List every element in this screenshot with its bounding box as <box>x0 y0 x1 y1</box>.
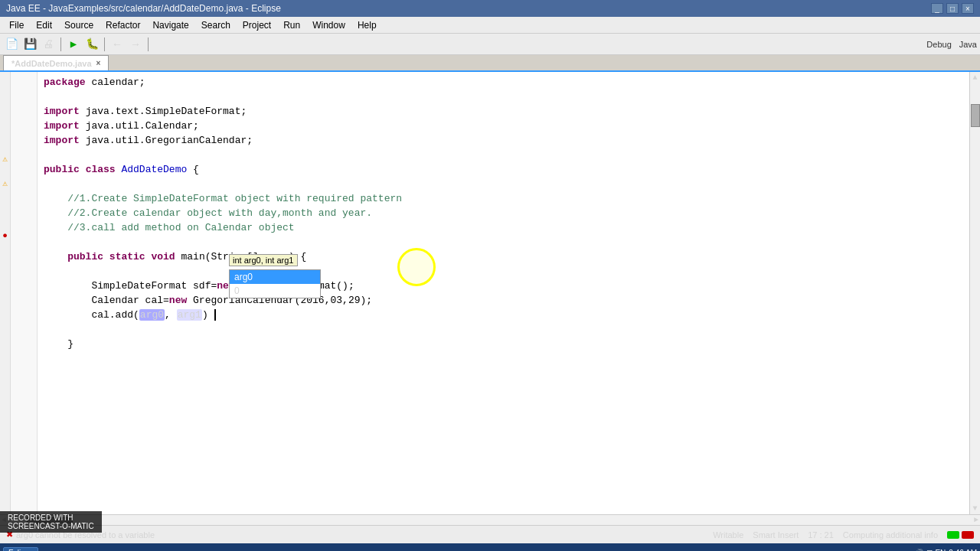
menu-project[interactable]: Project <box>237 18 277 32</box>
param-arg0: arg0 <box>139 309 165 321</box>
menu-search[interactable]: Search <box>195 18 237 32</box>
tab-adddate[interactable]: *AddDateDemo.java × <box>3 55 109 70</box>
recorded-line2: SCREENCAST-O-MATIC <box>8 522 94 530</box>
editor[interactable]: package calendar; − import java.text.Sim… <box>11 72 969 514</box>
code-line <box>44 90 963 104</box>
cursor-position: 17 : 21 <box>808 530 834 540</box>
tooltip-text: int arg0, int arg1 <box>233 256 294 265</box>
code-line: package calendar; <box>44 75 963 90</box>
scroll-track[interactable] <box>970 83 980 503</box>
code-line <box>44 264 963 279</box>
toolbar-sep-3 <box>148 37 149 51</box>
warning-icon-2: ⚠ <box>2 178 8 188</box>
menu-run[interactable]: Run <box>277 18 306 32</box>
code-line: import java.text.SimpleDateFormat; <box>44 104 963 119</box>
warning-icon-1: ⚠ <box>2 154 8 164</box>
title-bar: Java EE - JavaExamples/src/calendar/AddD… <box>0 0 980 17</box>
system-tray: 🔊 🖥 EN 2:46 AM <box>914 549 977 552</box>
line-numbers <box>11 72 38 514</box>
cursor <box>214 309 216 321</box>
toolbar-sep-1 <box>60 37 61 51</box>
toolbar-sep-2 <box>104 37 105 51</box>
code-line: } <box>44 337 963 351</box>
maximize-button[interactable]: □ <box>946 3 959 14</box>
taskbar: Eclipse 🔊 🖥 EN 2:46 AM <box>0 543 980 551</box>
window-title: Java EE - JavaExamples/src/calendar/AddD… <box>6 3 281 14</box>
vertical-scrollbar[interactable]: ▲ ▼ <box>969 72 980 514</box>
left-gutter: ⚠ ⚠ ● <box>0 72 11 514</box>
code-line: SimpleDateFormat sdf=new SimpleDateForma… <box>44 279 963 293</box>
menu-bar: File Edit Source Refactor Navigate Searc… <box>0 17 980 34</box>
tab-close-button[interactable]: × <box>96 59 101 67</box>
code-line: //3.call add method on Calendar object <box>44 220 963 235</box>
autocomplete-dropdown[interactable]: arg0 0 <box>229 269 321 298</box>
toolbar-debug[interactable]: 🐛 <box>83 36 100 53</box>
horizontal-scrollbar[interactable]: ◄ ► <box>0 514 980 525</box>
menu-edit[interactable]: Edit <box>30 18 58 32</box>
ac-item-arg0[interactable]: arg0 <box>230 270 320 284</box>
code-line: public class AddDateDemo { <box>44 162 963 177</box>
code-line <box>44 148 963 162</box>
code-line: Calendar cal=new GregorianCalendar(2016,… <box>44 293 963 308</box>
computing-status: Computing additional info <box>843 530 938 540</box>
toolbar-save[interactable]: 💾 <box>21 36 38 53</box>
scroll-right-button[interactable]: ► <box>974 516 978 524</box>
scroll-down-button[interactable]: ▼ <box>971 503 978 514</box>
status-right: Writable Smart Insert 17 : 21 Computing … <box>713 530 974 540</box>
tab-label: *AddDateDemo.java <box>11 59 92 68</box>
code-line <box>44 177 963 191</box>
recorded-line1: RECORDED WITH <box>8 514 94 522</box>
scroll-up-button[interactable]: ▲ <box>971 72 978 83</box>
clock: 2:46 AM <box>949 549 977 552</box>
close-button[interactable]: × <box>962 3 974 14</box>
status-green <box>947 531 959 539</box>
code-line: import java.util.GregorianCalendar; <box>44 133 963 148</box>
menu-window[interactable]: Window <box>306 18 351 32</box>
code-line: //1.Create SimpleDateFormat object with … <box>44 191 963 206</box>
menu-navigate[interactable]: Navigate <box>146 18 194 32</box>
code-line: import java.util.Calendar; <box>44 119 963 133</box>
writable-status: Writable <box>713 530 743 540</box>
toolbar-print[interactable]: 🖨 <box>40 36 57 53</box>
main-area: ⚠ ⚠ ● package calendar; − import java.te… <box>0 72 980 514</box>
scroll-thumb[interactable] <box>971 104 980 127</box>
tray-icons: 🔊 🖥 EN <box>914 549 946 552</box>
code-line: //2.Create calendar object with day,mont… <box>44 206 963 220</box>
perspective-java: Java <box>959 40 977 49</box>
taskbar-eclipse[interactable]: Eclipse <box>3 547 38 552</box>
tab-bar: *AddDateDemo.java × <box>0 55 980 72</box>
status-red <box>962 531 974 539</box>
code-line-active[interactable]: cal.add(arg0, arg1) <box>44 308 963 322</box>
ac-item-0[interactable]: 0 <box>230 284 320 298</box>
toolbar-new[interactable]: 📄 <box>3 36 20 53</box>
toolbar-forward[interactable]: → <box>127 36 144 53</box>
recorded-banner: RECORDED WITH SCREENCAST-O-MATIC <box>0 511 102 533</box>
code-content[interactable]: package calendar; − import java.text.Sim… <box>38 72 969 514</box>
toolbar-back[interactable]: ← <box>109 36 126 53</box>
code-line <box>44 235 963 249</box>
menu-help[interactable]: Help <box>351 18 383 32</box>
h-scroll-track[interactable] <box>8 517 972 524</box>
method-tooltip: int arg0, int arg1 <box>229 254 298 266</box>
minimize-button[interactable]: _ <box>931 3 943 14</box>
status-icons <box>947 531 974 539</box>
window-controls[interactable]: _ □ × <box>931 3 974 14</box>
menu-file[interactable]: File <box>3 18 30 32</box>
toolbar: 📄 💾 🖨 ▶ 🐛 ← → Debug Java <box>0 34 980 55</box>
status-bar: ✖ arg0 cannot be resolved to a variable … <box>0 525 980 543</box>
menu-source[interactable]: Source <box>58 18 100 32</box>
toolbar-run[interactable]: ▶ <box>65 36 82 53</box>
menu-refactor[interactable]: Refactor <box>100 18 146 32</box>
code-line <box>44 322 963 337</box>
ac-item-label: arg0 <box>234 272 253 282</box>
smart-insert-status: Smart Insert <box>753 530 799 540</box>
ac-item-label: 0 <box>234 285 240 296</box>
error-icon-1: ● <box>2 231 8 240</box>
code-line: public static void main(String[] args) { <box>44 249 963 264</box>
perspective-debug: Debug <box>926 40 951 49</box>
param-arg1: arg1 <box>177 309 202 321</box>
import-group: − import java.text.SimpleDateFormat; imp… <box>44 104 963 148</box>
